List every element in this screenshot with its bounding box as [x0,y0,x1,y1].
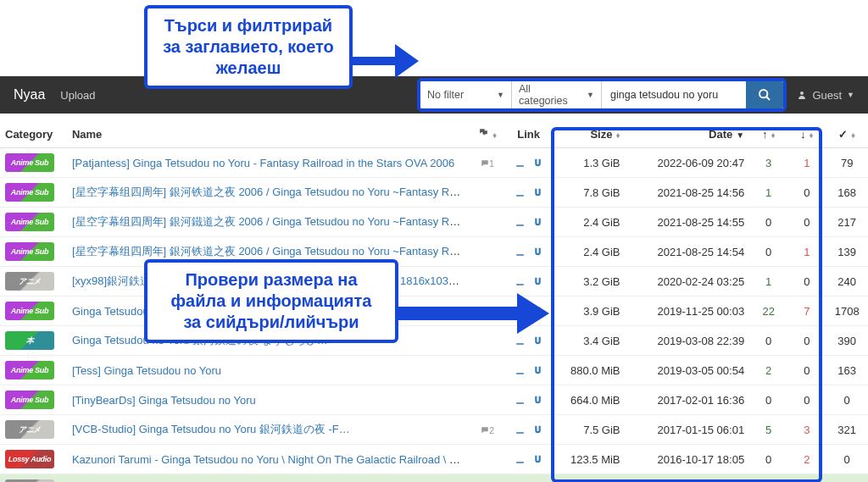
svg-point-0 [800,91,804,95]
hdr-size[interactable]: Size♦ [551,120,626,148]
category-badge[interactable]: Lossy Audio [5,450,54,468]
cell-seeders: 0 [749,445,787,474]
cell-leechers: 0 [787,267,826,296]
cell-seeders: 1 [749,178,787,208]
magnet-icon[interactable] [532,158,543,169]
category-badge[interactable]: Anime Sub [5,302,54,320]
table-row: Anime Sub [Tess] Ginga Tetsudou no Yoru … [0,356,868,385]
cell-date: 2017-01-15 06:01 [626,415,750,445]
category-badge[interactable]: Anime Sub [5,213,54,231]
cell-date: 2019-03-08 22:39 [626,326,750,356]
magnet-icon[interactable] [532,276,543,287]
search-input[interactable] [602,81,746,108]
download-icon[interactable] [515,454,526,465]
download-icon[interactable] [515,217,526,228]
magnet-icon[interactable] [532,365,543,376]
cell-seeders: 22 [749,296,787,326]
download-icon[interactable] [515,276,526,287]
cell-leechers: 2 [787,445,826,474]
download-icon[interactable] [515,424,526,435]
cell-date: 2021-08-25 14:54 [626,237,750,267]
cell-size: 7.8 GiB [551,178,626,208]
torrent-name-link[interactable]: [Tess] Ginga Tetsudou no Yoru [72,364,221,377]
category-badge[interactable]: Anime Sub [5,153,54,172]
download-icon[interactable] [515,395,526,406]
cell-date: 2019-03-05 00:54 [626,356,750,385]
search-button[interactable] [746,81,783,108]
arrow-to-search [353,36,420,86]
table-row: Anime Sub [Patjantess] Ginga Tetsudou no… [0,148,868,178]
hdr-category[interactable]: Category [0,120,67,148]
cell-leechers: 7 [787,296,826,326]
torrent-name-link[interactable]: [星空字幕组四周年] 銀河鐵道之夜 2006 / Ginga Tetsudou … [72,215,469,228]
cell-size: 123.5 MiB [551,445,626,474]
cell-size: 2.4 GiB [551,237,626,267]
cell-completed: 168 [826,178,868,208]
callout-text: Провери размера на файла и информацията … [171,270,372,331]
cell-leechers: 1 [787,237,826,267]
category-badge[interactable]: 本 [5,331,54,350]
cell-completed: 6 [826,474,868,483]
hdr-link: Link [507,120,551,148]
download-icon[interactable] [515,158,526,169]
cell-date: 2016-10-17 18:05 [626,445,750,474]
cell-date: 2021-08-25 14:55 [626,208,750,237]
magnet-icon[interactable] [532,187,543,198]
magnet-icon[interactable] [532,424,543,435]
torrent-name-link[interactable]: [TinyBearDs] Ginga Tetsudou no Yoru [72,394,256,407]
callout-size: Провери размера на файла и информацията … [144,259,398,343]
chevron-down-icon: ▼ [587,91,594,99]
cell-seeders: 3 [749,148,787,178]
cell-size: 880.0 MiB [551,356,626,385]
cell-completed: 139 [826,237,868,267]
callout-search: Търси и филтрирай за заглавието, което ж… [144,5,353,89]
hdr-completed[interactable]: ✓♦ [826,120,868,148]
category-select[interactable]: All categories ▼ [512,81,602,108]
table-row: アニメ [VCB-Studio] Ginga Tetsudou no Yoru … [0,415,868,445]
hdr-date[interactable]: Date▼ [626,120,750,148]
brand[interactable]: Nyaa [14,87,45,102]
magnet-icon[interactable] [532,454,543,465]
category-badge[interactable]: アニメ [5,420,54,439]
torrent-name-link[interactable]: [星空字幕组四周年] 銀河铁道之夜 2006 / Ginga Tetsudou … [72,186,469,198]
hdr-seeders[interactable]: ↑♦ [749,120,787,148]
torrent-name-link[interactable]: Kazunori Tarumi - Ginga Tetsudou no Yoru… [72,453,469,466]
category-badge[interactable]: Anime Sub [5,361,54,380]
cell-date: 2019-11-25 00:03 [626,296,750,326]
cell-seeders: 0 [749,237,787,267]
filter-select[interactable]: No filter ▼ [420,81,512,108]
cell-seeders: 5 [749,415,787,445]
table-row: Anime Sub [TinyBearDs] Ginga Tetsudou no… [0,385,868,415]
download-icon[interactable] [515,365,526,376]
download-icon[interactable] [515,247,526,258]
table-row: Lossy Audio Kazunori Tarumi - Ginga Tets… [0,445,868,474]
hdr-name[interactable]: Name [67,120,469,148]
magnet-icon[interactable] [532,395,543,406]
nav-upload[interactable]: Upload [60,89,95,102]
cell-completed: 1708 [826,296,868,326]
hdr-leechers[interactable]: ↓♦ [787,120,826,148]
cell-size: 3.9 GiB [551,296,626,326]
magnet-icon[interactable] [532,217,543,228]
cell-completed: 240 [826,267,868,296]
cell-seeders: 0 [749,385,787,415]
magnet-icon[interactable] [532,247,543,258]
guest-menu[interactable]: Guest ▼ [797,76,854,114]
torrent-name-link[interactable]: [VCB-Studio] Ginga Tetsudou no Yoru 銀河鉄道… [72,423,350,435]
cell-seeders: 0 [749,208,787,237]
category-badge[interactable]: アニメ [5,272,54,291]
download-icon[interactable] [515,187,526,198]
cell-date: 2016-06-10 18:04 [626,474,750,483]
torrent-name-link[interactable]: [Patjantess] Ginga Tetsudou no Yoru - Fa… [72,157,454,169]
cell-completed: 79 [826,148,868,178]
cell-size: 3.2 GiB [551,267,626,296]
table-row: Anime Sub [星空字幕组四周年] 銀河鐵道之夜 2006 / Ginga… [0,208,868,237]
cell-leechers: 0 [787,326,826,356]
category-badge[interactable]: Anime Sub [5,391,54,409]
category-badge[interactable]: Anime Sub [5,183,54,202]
torrent-name-link[interactable]: [星空字幕组四周年] 銀河铁道之夜 2006 / Ginga Tetsudou … [72,245,469,258]
cell-size: 3.4 GiB [551,326,626,356]
category-badge[interactable]: Anime Sub [5,242,54,261]
cell-leechers: 0 [787,208,826,237]
hdr-comments[interactable]: ♦ [469,120,507,148]
